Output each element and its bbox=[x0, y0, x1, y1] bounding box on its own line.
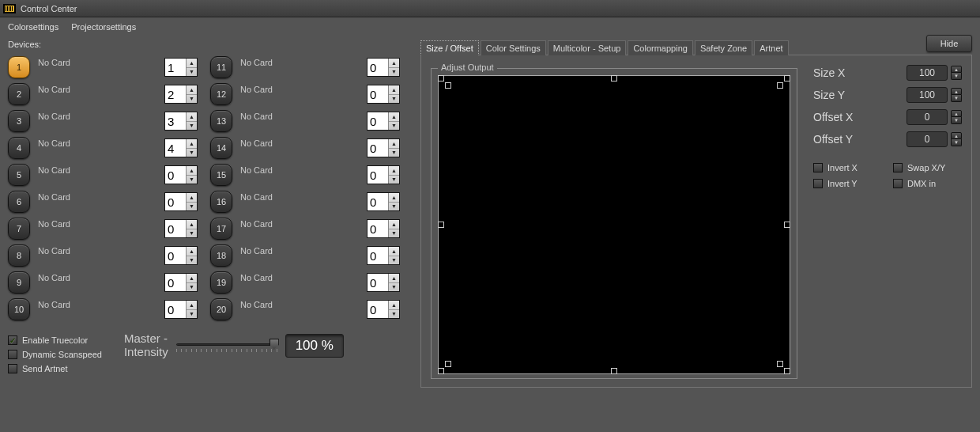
master-intensity-slider[interactable] bbox=[176, 336, 277, 355]
checkbox-dynamic-scanspeed[interactable] bbox=[8, 350, 17, 359]
resize-handle[interactable] bbox=[445, 82, 451, 89]
device-button-18[interactable]: 18 bbox=[210, 244, 232, 267]
tab-color-settings[interactable]: Color Settings bbox=[481, 40, 546, 55]
spin-up-icon[interactable]: ▲ bbox=[951, 132, 962, 139]
device-spinner-input[interactable] bbox=[368, 85, 388, 103]
device-spinner-17[interactable]: ▲▼ bbox=[367, 219, 400, 238]
device-spinner-2[interactable]: ▲▼ bbox=[164, 85, 198, 104]
checkbox-swap-xy[interactable] bbox=[893, 163, 903, 172]
device-button-2[interactable]: 2 bbox=[8, 83, 30, 105]
spin-up-icon[interactable]: ▲ bbox=[389, 139, 399, 149]
device-spinner-input[interactable] bbox=[165, 85, 186, 103]
device-spinner-15[interactable]: ▲▼ bbox=[367, 165, 400, 184]
device-spinner-input[interactable] bbox=[165, 301, 186, 318]
device-button-20[interactable]: 20 bbox=[210, 298, 232, 320]
spin-down-icon[interactable]: ▼ bbox=[389, 176, 399, 184]
resize-handle[interactable] bbox=[611, 75, 617, 81]
menu-colorsettings[interactable]: Colorsettings bbox=[8, 22, 58, 32]
spin-up-icon[interactable]: ▲ bbox=[389, 112, 399, 122]
device-button-15[interactable]: 15 bbox=[210, 164, 232, 186]
adjust-output-canvas[interactable] bbox=[438, 75, 790, 374]
device-spinner-input[interactable] bbox=[165, 59, 186, 76]
spin-up-icon[interactable]: ▲ bbox=[389, 166, 399, 176]
spin-up-icon[interactable]: ▲ bbox=[187, 166, 197, 176]
checkbox-enable-truecolor[interactable] bbox=[8, 335, 17, 345]
device-spinner-input[interactable] bbox=[165, 193, 186, 210]
spin-down-icon[interactable]: ▼ bbox=[187, 149, 197, 157]
spin-up-icon[interactable]: ▲ bbox=[951, 66, 962, 73]
spin-down-icon[interactable]: ▼ bbox=[187, 229, 197, 238]
hide-button[interactable]: Hide bbox=[926, 35, 972, 52]
device-spinner-4[interactable]: ▲▼ bbox=[164, 138, 198, 157]
device-spinner-input[interactable] bbox=[368, 139, 388, 157]
device-button-5[interactable]: 5 bbox=[8, 164, 30, 186]
device-spinner-input[interactable] bbox=[368, 274, 388, 291]
resize-handle[interactable] bbox=[777, 361, 783, 367]
device-button-9[interactable]: 9 bbox=[8, 271, 30, 294]
sizex-input[interactable] bbox=[906, 65, 948, 81]
device-spinner-20[interactable]: ▲▼ bbox=[367, 300, 400, 319]
checkbox-invert-y[interactable] bbox=[813, 179, 823, 188]
spin-down-icon[interactable]: ▼ bbox=[951, 139, 962, 146]
device-button-10[interactable]: 10 bbox=[8, 298, 30, 320]
tab-colormapping[interactable]: Colormapping bbox=[628, 40, 692, 55]
device-spinner-input[interactable] bbox=[165, 220, 186, 237]
device-spinner-input[interactable] bbox=[368, 220, 388, 237]
spin-down-icon[interactable]: ▼ bbox=[389, 95, 399, 104]
spin-up-icon[interactable]: ▲ bbox=[187, 112, 197, 122]
device-spinner-6[interactable]: ▲▼ bbox=[164, 192, 198, 211]
checkbox-send-artnet[interactable] bbox=[8, 364, 17, 373]
spin-up-icon[interactable]: ▲ bbox=[187, 220, 197, 229]
sizey-input[interactable] bbox=[906, 87, 948, 103]
device-spinner-12[interactable]: ▲▼ bbox=[367, 85, 400, 104]
spin-down-icon[interactable]: ▼ bbox=[187, 176, 197, 184]
spin-down-icon[interactable]: ▼ bbox=[187, 310, 197, 319]
device-button-12[interactable]: 12 bbox=[210, 83, 232, 105]
tab-multicolor-setup[interactable]: Multicolor - Setup bbox=[548, 40, 627, 55]
spin-down-icon[interactable]: ▼ bbox=[951, 95, 962, 102]
spin-up-icon[interactable]: ▲ bbox=[389, 247, 399, 256]
tab-size-offset[interactable]: Size / Offset bbox=[420, 40, 479, 55]
spin-up-icon[interactable]: ▲ bbox=[187, 274, 197, 283]
device-button-14[interactable]: 14 bbox=[210, 137, 232, 159]
device-spinner-input[interactable] bbox=[368, 166, 388, 184]
spin-down-icon[interactable]: ▼ bbox=[389, 68, 399, 77]
device-button-17[interactable]: 17 bbox=[210, 218, 232, 240]
spin-up-icon[interactable]: ▲ bbox=[187, 247, 197, 256]
device-spinner-input[interactable] bbox=[165, 166, 186, 184]
spin-up-icon[interactable]: ▲ bbox=[187, 193, 197, 203]
device-spinner-input[interactable] bbox=[368, 301, 388, 318]
device-button-4[interactable]: 4 bbox=[8, 137, 30, 159]
resize-handle[interactable] bbox=[438, 368, 444, 374]
spin-down-icon[interactable]: ▼ bbox=[187, 283, 197, 292]
spin-down-icon[interactable]: ▼ bbox=[389, 149, 399, 157]
spin-up-icon[interactable]: ▲ bbox=[187, 59, 197, 68]
device-button-3[interactable]: 3 bbox=[8, 110, 30, 132]
spin-down-icon[interactable]: ▼ bbox=[389, 256, 399, 265]
device-spinner-input[interactable] bbox=[368, 247, 388, 264]
spin-up-icon[interactable]: ▲ bbox=[389, 220, 399, 229]
tab-artnet[interactable]: Artnet bbox=[754, 40, 788, 55]
device-spinner-16[interactable]: ▲▼ bbox=[367, 192, 400, 211]
device-button-19[interactable]: 19 bbox=[210, 271, 232, 294]
device-spinner-13[interactable]: ▲▼ bbox=[367, 112, 400, 131]
device-spinner-18[interactable]: ▲▼ bbox=[367, 246, 400, 265]
device-button-16[interactable]: 16 bbox=[210, 191, 232, 213]
device-spinner-input[interactable] bbox=[368, 59, 388, 76]
device-spinner-input[interactable] bbox=[165, 247, 186, 264]
device-spinner-14[interactable]: ▲▼ bbox=[367, 138, 400, 157]
spin-down-icon[interactable]: ▼ bbox=[187, 95, 197, 104]
spin-down-icon[interactable]: ▼ bbox=[187, 203, 197, 211]
device-spinner-8[interactable]: ▲▼ bbox=[164, 246, 198, 265]
device-spinner-3[interactable]: ▲▼ bbox=[164, 112, 198, 131]
device-spinner-1[interactable]: ▲▼ bbox=[164, 58, 198, 77]
spin-up-icon[interactable]: ▲ bbox=[389, 274, 399, 283]
resize-handle[interactable] bbox=[777, 82, 783, 89]
checkbox-dmx-in[interactable] bbox=[893, 179, 903, 188]
device-button-7[interactable]: 7 bbox=[8, 218, 30, 240]
spin-down-icon[interactable]: ▼ bbox=[187, 256, 197, 265]
spin-down-icon[interactable]: ▼ bbox=[389, 229, 399, 238]
spin-up-icon[interactable]: ▲ bbox=[389, 193, 399, 203]
spin-up-icon[interactable]: ▲ bbox=[187, 301, 197, 310]
spin-up-icon[interactable]: ▲ bbox=[389, 85, 399, 95]
